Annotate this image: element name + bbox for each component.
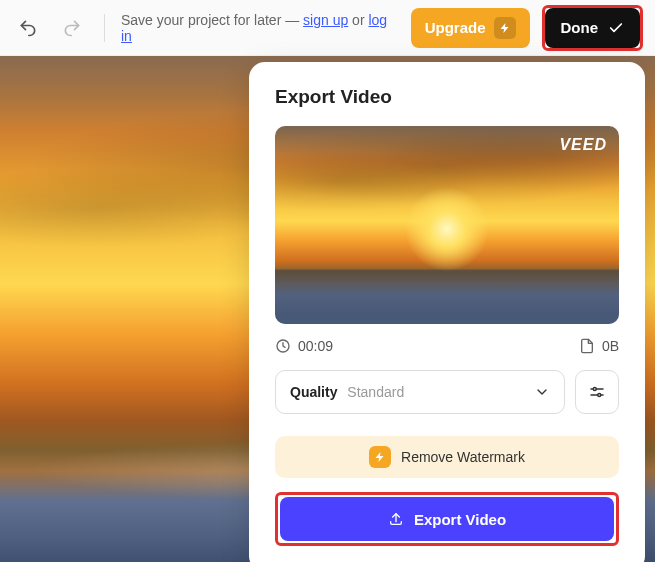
bolt-icon — [369, 446, 391, 468]
settings-button[interactable] — [575, 370, 619, 414]
done-button[interactable]: Done — [545, 8, 641, 48]
save-prefix: Save your project for later — — [121, 12, 303, 28]
watermark-text: VEED — [559, 136, 607, 154]
remove-watermark-label: Remove Watermark — [401, 449, 525, 465]
clock-icon — [275, 338, 291, 354]
redo-button[interactable] — [56, 12, 88, 44]
sliders-icon — [588, 383, 606, 401]
topbar: Save your project for later — sign up or… — [0, 0, 655, 56]
quality-label: Quality — [290, 384, 337, 400]
bolt-icon — [494, 17, 516, 39]
remove-watermark-button[interactable]: Remove Watermark — [275, 436, 619, 478]
video-meta: 00:09 0B — [275, 338, 619, 354]
duration-group: 00:09 — [275, 338, 333, 354]
export-highlight: Export Video — [275, 492, 619, 546]
video-thumbnail: VEED — [275, 126, 619, 324]
quality-row: Quality Standard — [275, 370, 619, 414]
export-title: Export Video — [275, 86, 619, 108]
redo-icon — [62, 18, 82, 38]
or-text: or — [348, 12, 368, 28]
export-button-label: Export Video — [414, 511, 506, 528]
filesize-group: 0B — [579, 338, 619, 354]
done-highlight: Done — [542, 5, 644, 51]
undo-button[interactable] — [12, 12, 44, 44]
export-video-button[interactable]: Export Video — [280, 497, 614, 541]
quality-select[interactable]: Quality Standard — [275, 370, 565, 414]
check-icon — [608, 20, 624, 36]
done-label: Done — [561, 19, 599, 36]
svg-point-3 — [593, 388, 596, 391]
file-icon — [579, 338, 595, 354]
signup-link[interactable]: sign up — [303, 12, 348, 28]
chevron-down-icon — [534, 384, 550, 400]
upgrade-label: Upgrade — [425, 19, 486, 36]
svg-point-4 — [598, 394, 601, 397]
upgrade-button[interactable]: Upgrade — [411, 8, 530, 48]
save-message: Save your project for later — sign up or… — [121, 12, 399, 44]
export-popup: Export Video VEED 00:09 0B Quality Stand… — [249, 62, 645, 562]
filesize-value: 0B — [602, 338, 619, 354]
duration-value: 00:09 — [298, 338, 333, 354]
upload-icon — [388, 511, 404, 527]
quality-value: Standard — [347, 384, 404, 400]
undo-icon — [18, 18, 38, 38]
divider — [104, 14, 105, 42]
